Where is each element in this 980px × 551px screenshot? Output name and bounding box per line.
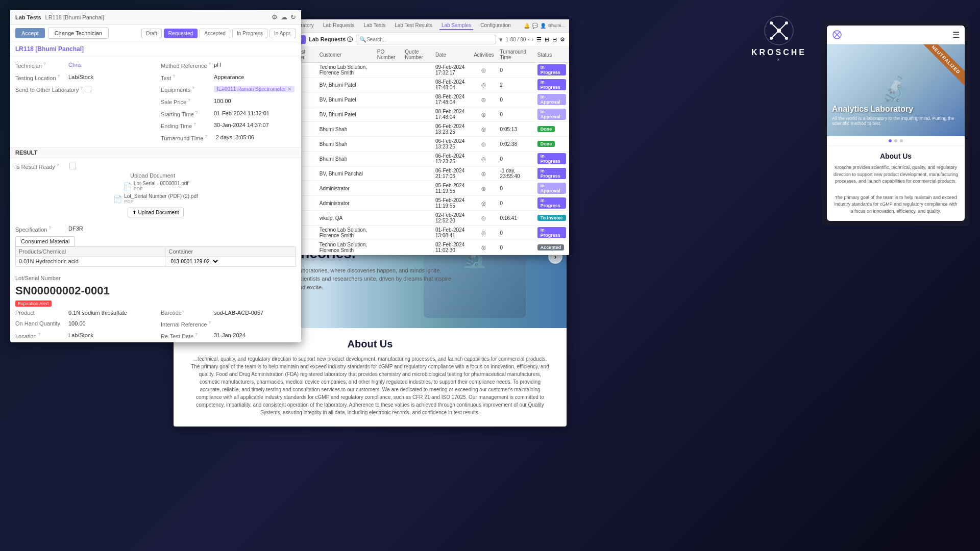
search-icon: 🔍: [359, 36, 366, 43]
cell-status: Done: [534, 122, 569, 137]
add-line-button[interactable]: [15, 267, 296, 270]
product-row: Product 0.1N sodium thiosulfate: [15, 308, 151, 317]
col-date[interactable]: Date: [432, 47, 471, 63]
send-other-checkbox[interactable]: [85, 86, 91, 92]
breadcrumb: LR118 [Bhumi Panchal]: [45, 14, 105, 20]
cell-customer: BV, Bhumi Patel: [316, 78, 374, 92]
col-quote-number[interactable]: Quote Number: [402, 47, 432, 63]
grid-view-icon[interactable]: ⊞: [545, 36, 549, 43]
cell-po: [374, 166, 402, 181]
consumed-material-tab[interactable]: Consumed Material: [15, 236, 75, 246]
user-icon[interactable]: 👤: [540, 23, 546, 29]
upload-document-button[interactable]: ⬆ Upload Document: [128, 208, 183, 217]
testing-location-label: Testing Location ?: [15, 74, 66, 81]
lr-header: Laboratory Lab Requests Lab Tests Lab Te…: [283, 19, 569, 33]
equipments-row: Equipments ? IE#0011 Raman Spectrometer …: [161, 84, 296, 94]
dot-2[interactable]: [894, 139, 897, 142]
on-hand-qty-label: On Hand Quantity: [15, 320, 66, 327]
table-row[interactable]: LR112 Bhumi Shah 06-Feb-2024 13:23:25 ◎ …: [283, 137, 569, 152]
table-row[interactable]: LR117 Techno Lab Solution, Florence Smit…: [283, 63, 569, 78]
next-page-icon[interactable]: ›: [532, 37, 533, 42]
technician-value[interactable]: Chris: [68, 62, 82, 68]
col-turnaround[interactable]: Turnaround Time: [497, 47, 534, 63]
mobile-hero-title: Analytics Laboratory: [832, 105, 960, 114]
cell-customer: Administrator: [316, 196, 374, 211]
mobile-menu-icon[interactable]: ☰: [952, 30, 960, 40]
dot-3[interactable]: [900, 139, 903, 142]
col-customer[interactable]: Customer: [316, 47, 374, 63]
table-row[interactable]: LR110 BV, Bhumi Panchal 06-Feb-2024 21:1…: [283, 166, 569, 181]
status-in-approval[interactable]: In Appr.: [270, 29, 296, 38]
table-row[interactable]: LR107 Techno Lab Solution, Florence Smit…: [283, 226, 569, 240]
table-row[interactable]: LR116 BV, Bhumi Patel 08-Feb-2024 17:48:…: [283, 78, 569, 92]
cell-quote: [402, 211, 432, 226]
pdf1-name[interactable]: Lot-Serial - 0000001.pdf: [134, 181, 188, 186]
is-result-ready-checkbox[interactable]: [69, 163, 76, 169]
test-value: Appearance: [214, 74, 244, 80]
change-technician-button[interactable]: Change Technician: [48, 28, 109, 39]
cell-quote: [402, 240, 432, 255]
lr-toolbar: New Lab Requests ⓘ 🔍 ▾ 1-80 / 80 ‹ › ☰ ⊞…: [283, 33, 569, 47]
starting-time-label: Starting Time ?: [161, 110, 212, 117]
refresh-icon[interactable]: ↻: [290, 13, 296, 21]
tab-lab-requests[interactable]: Lab Requests: [321, 21, 357, 30]
cell-quote: [402, 63, 432, 78]
more-options-icon[interactable]: ⚙: [560, 36, 565, 43]
status-draft[interactable]: Draft: [141, 29, 162, 38]
product-label: Product: [15, 310, 66, 316]
cell-date: 06-Feb-2024 13:23:25: [432, 122, 471, 137]
cell-po: [374, 152, 402, 166]
product-value: 0.1N sodium thiosulfate: [68, 310, 127, 316]
cell-date: 06-Feb-2024 13:23:25: [432, 152, 471, 166]
cell-status: In Approval: [534, 92, 569, 107]
result-section-title: RESULT: [10, 147, 301, 158]
cell-quote: [402, 196, 432, 211]
lot-serial-number: SN00000002-0001: [15, 282, 296, 299]
table-row[interactable]: LR114 BV, Bhumi Patel 08-Feb-2024 17:48:…: [283, 107, 569, 122]
dropdown-icon[interactable]: ▾: [499, 36, 503, 43]
table-row[interactable]: LR100 Administrator 05-Feb-2024 11:19:55…: [283, 196, 569, 211]
bell-icon[interactable]: 🔔: [524, 23, 530, 29]
table-row[interactable]: LR115 BV, Bhumi Patel 08-Feb-2024 17:48:…: [283, 92, 569, 107]
status-accepted[interactable]: Accepted: [200, 29, 230, 38]
table-row[interactable]: LR111 Bhumi Shah 06-Feb-2024 13:23:25 ◎ …: [283, 152, 569, 166]
kanban-icon[interactable]: ⊟: [552, 36, 557, 43]
pdf2-name[interactable]: Lot_Serial Number (PDF) (2).pdf: [124, 193, 198, 199]
spec-label: Specification ?: [15, 226, 66, 233]
container-select[interactable]: 013-0001 129-02-: [168, 258, 219, 265]
table-row[interactable]: LR113 Bhumi Shah 06-Feb-2024 13:23:25 ◎ …: [283, 122, 569, 137]
search-input[interactable]: [366, 37, 493, 42]
tab-lab-test-results[interactable]: Lab Test Results: [393, 21, 434, 30]
table-row[interactable]: LR121 Administrator 05-Feb-2024 11:19:55…: [283, 181, 569, 196]
cell-quote: [402, 137, 432, 152]
on-hand-qty-row: On Hand Quantity 100.00: [15, 319, 151, 329]
pdf1-type: PDF: [134, 186, 188, 191]
chat-icon[interactable]: 💬: [532, 23, 538, 29]
upload-doc-row: Upload Document 📄 Lot-Serial - 0000001.p…: [15, 171, 296, 219]
cell-activities: ◎: [471, 166, 497, 181]
status-in-progress[interactable]: In Progress: [232, 29, 267, 38]
tab-lab-samples[interactable]: Lab Samples: [439, 21, 473, 30]
equipment-tag: IE#0011 Raman Spectrometer ✕: [214, 86, 295, 92]
result-section: Is Result Ready ? Upload Document 📄 Lot-…: [10, 158, 301, 222]
tab-configuration[interactable]: Configuration: [478, 21, 512, 30]
equipment-tag-remove[interactable]: ✕: [287, 86, 291, 92]
dot-1[interactable]: [889, 139, 892, 142]
cell-date: 06-Feb-2024 13:23:25: [432, 137, 471, 152]
col-activities[interactable]: Activities: [471, 47, 497, 63]
accept-button[interactable]: Accept: [15, 28, 45, 38]
status-requested[interactable]: Requested: [164, 29, 198, 38]
list-view-icon[interactable]: ☰: [536, 36, 542, 43]
settings-icon[interactable]: ⚙: [272, 13, 278, 21]
cell-date: 09-Feb-2024 17:32:17: [432, 63, 471, 78]
prev-page-icon[interactable]: ‹: [528, 37, 529, 42]
mobile-panel: ☰ 🔬 NEUTRALIZED Analytics Laboratory All…: [822, 20, 970, 226]
col-status[interactable]: Status: [534, 47, 569, 63]
cell-turnaround: 0: [497, 181, 534, 196]
col-po-number[interactable]: PO Number: [374, 47, 402, 63]
table-row[interactable]: LR108 vikalp, QA 02-Feb-2024 12:52:20 ◎ …: [283, 211, 569, 226]
material-table: Products/Chemical Container 0.01N Hydroc…: [15, 246, 296, 267]
table-row[interactable]: LR106 Techno Lab Solution, Florence Smit…: [283, 240, 569, 255]
tab-lab-tests[interactable]: Lab Tests: [362, 21, 388, 30]
cloud-icon[interactable]: ☁: [281, 13, 287, 21]
